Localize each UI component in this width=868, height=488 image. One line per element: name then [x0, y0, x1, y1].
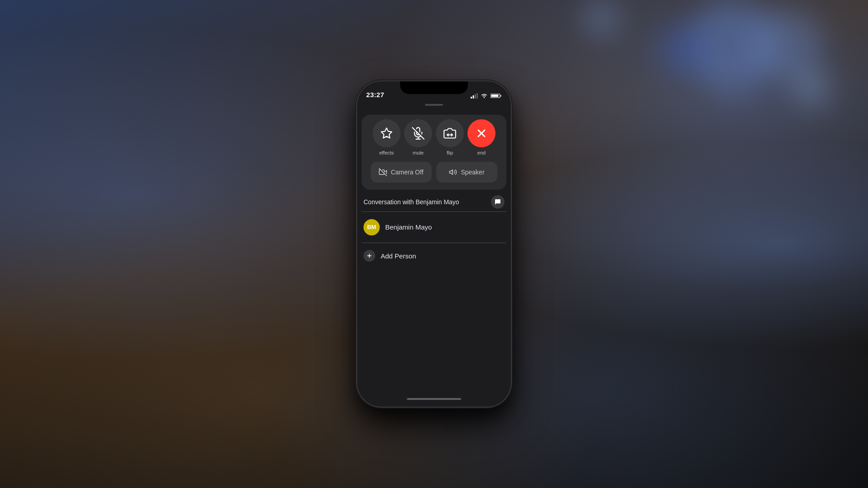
- svg-marker-8: [381, 128, 392, 138]
- effects-button[interactable]: [373, 119, 401, 147]
- end-button[interactable]: [467, 119, 495, 147]
- flip-button[interactable]: [436, 119, 464, 147]
- svg-rect-1: [473, 95, 474, 99]
- mic-off-icon: [412, 127, 425, 140]
- screen-content: effects mute: [357, 101, 511, 407]
- divider-1: [362, 211, 506, 212]
- svg-rect-7: [491, 95, 499, 97]
- contact-avatar: BM: [363, 219, 380, 235]
- wide-buttons-row: Camera Off Speaker: [371, 162, 497, 183]
- contact-name: Benjamin Mayo: [385, 223, 432, 231]
- effects-label: effects: [379, 150, 394, 155]
- svg-rect-2: [475, 94, 476, 99]
- video-off-icon: [379, 168, 387, 176]
- contact-initials: BM: [367, 224, 376, 230]
- camera-off-button[interactable]: Camera Off: [371, 162, 432, 183]
- add-person-label: Add Person: [381, 252, 416, 260]
- mute-label: mute: [413, 150, 424, 155]
- svg-rect-3: [477, 93, 478, 99]
- effects-button-wrapper: effects: [373, 119, 401, 155]
- plus-icon: [366, 253, 373, 259]
- contact-row-benjamin[interactable]: BM Benjamin Mayo: [362, 215, 506, 240]
- flip-button-wrapper: flip: [436, 119, 464, 155]
- svg-marker-15: [450, 170, 453, 175]
- mute-button[interactable]: [404, 119, 432, 147]
- conversation-section: Conversation with Benjamin Mayo BM Benja…: [362, 195, 506, 391]
- star-icon: [380, 127, 393, 140]
- end-button-wrapper: end: [467, 119, 495, 155]
- home-indicator: [357, 391, 511, 407]
- scene: 23:27: [0, 0, 868, 488]
- speaker-icon: [449, 168, 457, 176]
- circle-buttons-row: effects mute: [371, 119, 497, 155]
- conversation-title: Conversation with Benjamin Mayo: [363, 198, 459, 206]
- svg-point-4: [484, 97, 485, 98]
- svg-rect-0: [471, 97, 472, 99]
- call-controls-card: effects mute: [362, 115, 506, 190]
- signal-icon: [471, 93, 478, 99]
- camera-off-label: Camera Off: [391, 169, 423, 176]
- conversation-header: Conversation with Benjamin Mayo: [362, 195, 506, 209]
- camera-rotate-icon: [443, 127, 456, 140]
- home-bar: [407, 398, 461, 400]
- phone-notch: [400, 81, 468, 94]
- speaker-label: Speaker: [461, 169, 484, 176]
- mute-button-wrapper: mute: [404, 119, 432, 155]
- flip-label: flip: [447, 150, 453, 155]
- battery-icon: [491, 93, 502, 99]
- phone-shell: 23:27: [357, 81, 511, 407]
- message-icon-button[interactable]: [491, 195, 505, 209]
- speaker-button[interactable]: Speaker: [436, 162, 497, 183]
- status-time: 23:27: [366, 91, 384, 99]
- end-label: end: [477, 150, 486, 155]
- message-bubble-icon: [494, 198, 501, 206]
- svg-rect-6: [500, 95, 502, 97]
- wifi-icon: [481, 93, 488, 99]
- drag-pill: [425, 104, 443, 106]
- divider-2: [362, 243, 506, 243]
- add-person-icon-circle: [363, 250, 375, 262]
- status-icons: [471, 93, 502, 99]
- x-icon: [475, 127, 488, 140]
- add-person-row[interactable]: Add Person: [362, 245, 506, 266]
